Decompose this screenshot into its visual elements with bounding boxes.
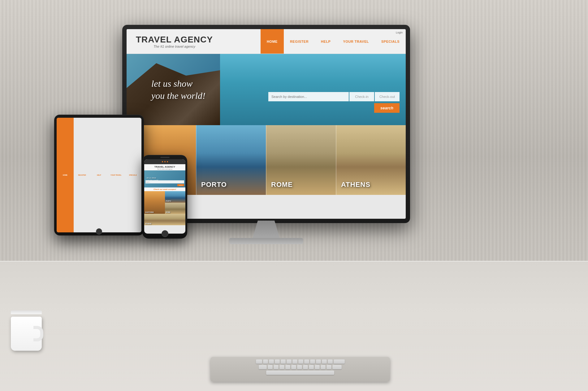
tablet-nav-home[interactable]: HOME — [57, 118, 74, 232]
spacebar-key[interactable] — [266, 371, 334, 375]
coffee-mug — [9, 310, 43, 351]
key — [321, 365, 326, 369]
tablet: HOME REGISTER HELP YOUR TRAVEL SPECIALS … — [54, 115, 144, 235]
key — [274, 365, 279, 369]
mug-handle — [33, 326, 43, 341]
phone-dest-athens[interactable]: ATHENS — [144, 214, 185, 225]
monitor-stand-neck — [252, 221, 280, 239]
tablet-nav-register[interactable]: REGISTER — [74, 118, 91, 232]
phone-nav-dot-1 — [162, 161, 163, 162]
key — [287, 359, 292, 364]
phone: TRAVEL AGENCY The #1 online travel agenc… — [142, 155, 187, 239]
phone-search-input[interactable] — [145, 180, 184, 183]
destination-porto-label: PORTO — [201, 181, 227, 189]
key — [291, 365, 296, 369]
key — [309, 365, 314, 369]
key — [298, 359, 303, 364]
key — [304, 359, 309, 364]
keyboard — [210, 357, 390, 382]
phone-dest-rome[interactable]: ROME — [165, 203, 186, 214]
site-logo-subtitle: The #1 online travel agency — [153, 45, 195, 48]
keyboard-row-3 — [214, 371, 386, 375]
tablet-screen: HOME REGISTER HELP YOUR TRAVEL SPECIALS … — [57, 118, 141, 232]
key — [326, 365, 331, 369]
tablet-bezel: HOME REGISTER HELP YOUR TRAVEL SPECIALS … — [54, 115, 144, 235]
phone-section-title: Check our week escapes! — [144, 187, 185, 191]
checkout-field[interactable]: Check-out — [375, 92, 400, 101]
key — [256, 359, 262, 364]
nav-item-register[interactable]: REGISTER — [284, 29, 315, 54]
destination-porto[interactable]: PORTO — [196, 125, 266, 195]
tablet-nav-bar: HOME REGISTER HELP YOUR TRAVEL SPECIALS — [57, 118, 141, 232]
phone-nav-dot-2 — [164, 161, 166, 162]
nav-item-home[interactable]: HOME — [261, 29, 284, 54]
tablet-home-button[interactable] — [96, 228, 102, 235]
phone-hero: let us showyou the world! search — [144, 170, 185, 187]
login-link[interactable]: Login — [396, 31, 403, 34]
phone-screen: TRAVEL AGENCY The #1 online travel agenc… — [144, 159, 185, 234]
key — [328, 359, 333, 364]
destination-athens[interactable]: ATHENS — [336, 125, 406, 195]
phone-search-button[interactable]: search — [177, 184, 184, 186]
phone-logo-title: TRAVEL AGENCY — [144, 165, 185, 168]
phone-nav-bar — [144, 159, 185, 164]
phone-bezel: TRAVEL AGENCY The #1 online travel agenc… — [142, 155, 187, 239]
phone-logo-sub: The #1 online travel agency — [144, 168, 185, 170]
site-hero: let us show you the world! Check-in Chec… — [127, 54, 406, 125]
phone-destinations: SANTORINI PORTO ROME ATHENS — [144, 191, 185, 225]
phone-logo-area: TRAVEL AGENCY The #1 online travel agenc… — [144, 164, 185, 170]
keyboard-row-1 — [214, 359, 386, 364]
tablet-nav-your-travel[interactable]: YOUR TRAVEL — [107, 118, 124, 232]
key — [332, 365, 342, 369]
key — [268, 365, 273, 369]
destination-rome[interactable]: ROME — [266, 125, 336, 195]
phone-home-button[interactable] — [162, 230, 168, 237]
search-button[interactable]: search — [374, 103, 400, 113]
key — [292, 359, 297, 364]
key — [259, 365, 267, 369]
keyboard-row-2 — [214, 365, 386, 369]
hero-tagline: let us show you the world! — [151, 77, 205, 102]
key — [322, 359, 327, 364]
mug-rim — [11, 310, 42, 314]
tablet-nav-specials[interactable]: SPECIALS — [124, 118, 141, 232]
key — [315, 365, 320, 369]
key — [285, 365, 290, 369]
nav-item-your-travel[interactable]: YOUR TRAVEL — [337, 29, 375, 54]
site-logo-area: TRAVEL AGENCY The #1 online travel agenc… — [127, 29, 222, 54]
phone-nav-dot-3 — [167, 161, 168, 162]
phone-dest-porto[interactable]: PORTO — [165, 191, 186, 203]
phone-hero-search: search — [145, 180, 184, 186]
key — [281, 359, 286, 364]
monitor-stand-base — [229, 238, 303, 244]
tablet-nav-help[interactable]: HELP — [91, 118, 108, 232]
nav-item-help[interactable]: HELP — [315, 29, 337, 54]
checkin-field[interactable]: Check-in — [349, 92, 374, 101]
hero-search-area: Check-in Check-out search — [268, 92, 400, 113]
site-header: TRAVEL AGENCY The #1 online travel agenc… — [127, 29, 406, 54]
hero-search-row: Check-in Check-out — [268, 92, 400, 101]
key — [297, 365, 302, 369]
destination-athens-label: ATHENS — [341, 181, 370, 189]
key — [263, 359, 268, 364]
key — [269, 359, 274, 364]
phone-speaker — [160, 157, 170, 158]
key — [316, 359, 321, 364]
key — [310, 359, 315, 364]
key — [334, 359, 345, 364]
site-logo-title: TRAVEL AGENCY — [136, 35, 213, 45]
key — [279, 365, 284, 369]
phone-dest-santorini[interactable]: SANTORINI — [144, 191, 165, 214]
key — [303, 365, 308, 369]
key — [275, 359, 280, 364]
hero-water — [220, 54, 406, 125]
search-input[interactable] — [268, 92, 349, 101]
site-nav: Login HOME REGISTER HELP YOUR TRAVEL SPE… — [222, 29, 406, 54]
destination-rome-label: ROME — [271, 181, 293, 189]
